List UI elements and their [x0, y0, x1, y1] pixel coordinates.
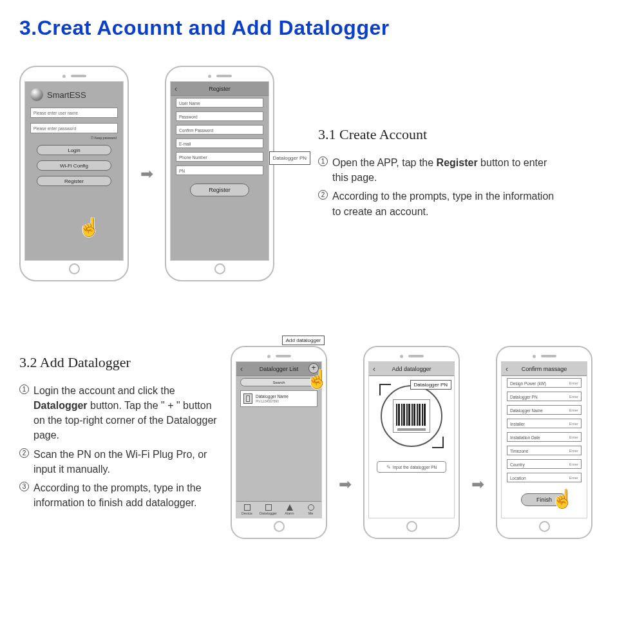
row-pn[interactable]: Datalogger PNEnter	[507, 392, 582, 401]
step2-3: According to the prompts, type in the in…	[33, 482, 202, 508]
step-2: According to the prompts, type in the in…	[332, 191, 554, 216]
add-datalogger-header: ‹ Add datalogger	[369, 362, 454, 376]
register-button[interactable]: Register	[37, 176, 111, 186]
keep-password-toggle[interactable]: ☐ Keep password	[32, 136, 117, 140]
finish-button[interactable]: Finish	[521, 493, 567, 506]
section-add-datalogger: 3.2 Add Datalogger 1Login the account an…	[19, 346, 625, 539]
arrow-right-icon: ➡	[471, 475, 484, 493]
field-email[interactable]: E-mail	[176, 138, 263, 148]
step2-1: Login the account and click the Datalogg…	[33, 385, 217, 441]
row-installer[interactable]: InstallerEnter	[507, 419, 582, 428]
back-icon[interactable]: ‹	[506, 365, 508, 374]
back-icon[interactable]: ‹	[175, 84, 177, 93]
search-input[interactable]: Search	[240, 378, 317, 386]
field-phone[interactable]: Phone Number Datalogger PN	[176, 152, 263, 162]
page-title: 3.Creat Acounnt and Add Datalogger	[19, 16, 625, 40]
step2-2: Scan the PN on the Wi-Fi Plug Pro, or in…	[33, 449, 207, 475]
home-button-icon	[69, 263, 80, 274]
tap-hand-icon	[551, 495, 571, 517]
datalogger-list-header: ‹ Datalogger List +	[236, 362, 321, 376]
confirm-header: ‹ Confirm massage	[502, 362, 587, 376]
row-location[interactable]: LocationEnter	[507, 473, 582, 482]
text-add-datalogger: 3.2 Add Datalogger 1Login the account an…	[19, 346, 219, 514]
arrow-right-icon: ➡	[140, 165, 153, 183]
tab-alarm[interactable]: Alarm	[279, 502, 300, 518]
datalogger-list-item[interactable]: Datalogger NamePN:1234567890	[240, 390, 317, 407]
tap-hand-icon	[78, 219, 97, 241]
back-icon[interactable]: ‹	[240, 365, 243, 374]
field-password[interactable]: Password	[176, 111, 263, 121]
row-timezone[interactable]: TimezoneEnter	[507, 446, 582, 455]
add-datalogger-button[interactable]: +	[308, 363, 319, 374]
wifi-config-button[interactable]: Wi-Fi Config	[37, 160, 111, 171]
tooltip-add-datalogger: Add datalogger	[282, 336, 325, 345]
home-button-icon	[214, 263, 225, 274]
username-input[interactable]: Please enter user name	[30, 108, 118, 118]
input-pn-button[interactable]: Input the datalogger PN	[377, 461, 446, 473]
back-icon[interactable]: ‹	[373, 365, 375, 374]
field-username[interactable]: User Name	[176, 98, 263, 108]
scan-viewfinder[interactable]	[381, 385, 442, 447]
home-button-icon	[406, 521, 417, 532]
row-design-power[interactable]: Design Power (kW)Enter	[507, 378, 582, 388]
register-header: ‹ Register	[171, 82, 269, 96]
barcode-icon	[393, 399, 430, 433]
home-button-icon	[274, 521, 285, 532]
phone-login: SmartESS Please enter user name Please e…	[19, 66, 129, 281]
app-brand: SmartESS	[25, 82, 123, 105]
section-create-account: SmartESS Please enter user name Please e…	[19, 66, 625, 281]
sub-title-32: 3.2 Add Datalogger	[19, 352, 219, 373]
phone-register: ‹ Register User Name Password Confirm Pa…	[165, 66, 274, 281]
row-name[interactable]: Datalogger NameEnter	[507, 405, 582, 415]
row-date[interactable]: Installation DateEnter	[507, 432, 582, 442]
step-1: Open the APP, tap the Register button to…	[332, 157, 547, 183]
text-create-account: 3.1 Create Account 1Open the APP, tap th…	[318, 124, 563, 223]
app-name: SmartESS	[47, 90, 86, 100]
password-input[interactable]: Please enter password	[30, 123, 118, 133]
login-button[interactable]: Login	[37, 145, 111, 155]
bottom-nav: Device Datalogger Alarm Me	[236, 501, 321, 518]
home-button-icon	[539, 521, 550, 532]
datalogger-icon	[243, 393, 252, 404]
field-pn[interactable]: PN	[176, 166, 263, 175]
tab-datalogger[interactable]: Datalogger	[258, 502, 279, 518]
row-country[interactable]: CountryEnter	[507, 459, 582, 469]
phone-scan: ‹ Add datalogger Datalogger PN Input the…	[363, 346, 460, 539]
app-logo-icon	[30, 88, 43, 101]
tooltip-datalogger-pn: Datalogger PN	[410, 380, 451, 390]
tab-me[interactable]: Me	[300, 502, 321, 518]
phone-datalogger-list: Add datalogger ‹ Datalogger List + Searc…	[231, 346, 327, 539]
sub-title-31: 3.1 Create Account	[318, 124, 563, 145]
tooltip-datalogger-pn: Datalogger PN	[269, 151, 310, 165]
phone-confirm: ‹ Confirm massage Design Power (kW)Enter…	[496, 346, 592, 539]
register-submit-button[interactable]: Register	[190, 184, 249, 196]
field-confirm[interactable]: Confirm Password	[176, 125, 263, 135]
tab-device[interactable]: Device	[236, 502, 258, 518]
arrow-right-icon: ➡	[339, 475, 352, 493]
